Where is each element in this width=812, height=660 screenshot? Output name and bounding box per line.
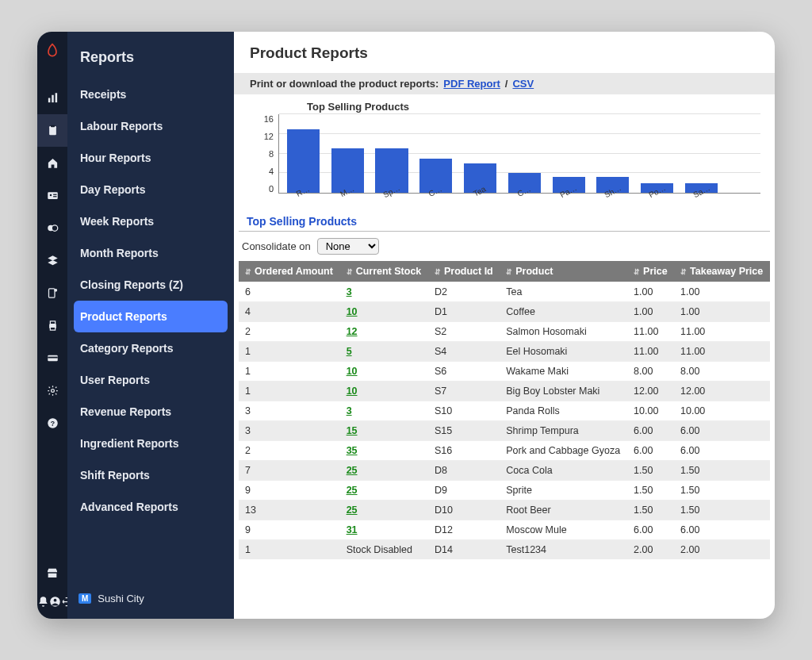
sidebar-item-shift-reports[interactable]: Shift Reports	[67, 459, 234, 491]
layers-icon[interactable]	[37, 244, 67, 277]
chart-gridline	[279, 113, 760, 114]
takeaway-price-cell: 1.50	[674, 461, 770, 481]
table-row: 725D8Coca Cola1.501.50	[239, 461, 770, 481]
product-id-cell: S15	[428, 421, 500, 441]
table-row: 63D2Tea1.001.00	[239, 282, 770, 302]
user-icon[interactable]	[49, 596, 61, 608]
current-stock-cell[interactable]: 3	[340, 401, 428, 421]
sidebar-item-closing-reports-z-[interactable]: Closing Reports (Z)	[67, 269, 234, 301]
store-icon[interactable]	[46, 566, 59, 581]
sidebar-item-week-reports[interactable]: Week Reports	[67, 205, 234, 237]
price-cell: 1.00	[627, 302, 674, 322]
ordered-amount-cell: 7	[239, 461, 340, 481]
card-icon[interactable]	[37, 342, 67, 374]
products-table-wrap: ⇵Ordered Amount⇵Current Stock⇵Product Id…	[234, 261, 775, 619]
consolidate-control: Consolidate on None	[234, 232, 775, 261]
svg-rect-7	[53, 194, 56, 195]
top-selling-chart: Top Selling Products 1612840 R…M…Sp…C…Te…	[234, 94, 775, 205]
sidebar-item-user-reports[interactable]: User Reports	[67, 364, 234, 396]
current-stock-cell[interactable]: 15	[340, 421, 428, 441]
chart-y-tick: 0	[269, 184, 274, 194]
current-stock-cell[interactable]: 3	[340, 282, 428, 302]
current-stock-cell[interactable]: 31	[340, 520, 428, 540]
current-stock-cell[interactable]: 25	[340, 501, 428, 520]
coins-icon[interactable]	[37, 212, 67, 244]
id-card-icon[interactable]	[37, 179, 67, 212]
price-cell: 8.00	[627, 362, 674, 382]
restaurant-badge[interactable]: M Sushi City	[79, 593, 223, 604]
column-header[interactable]: ⇵Product Id	[428, 261, 500, 282]
help-icon[interactable]: ?	[37, 407, 67, 439]
gear-icon[interactable]	[37, 374, 67, 407]
sidebar-item-hour-reports[interactable]: Hour Reports	[67, 142, 234, 174]
current-stock-cell[interactable]: 25	[340, 481, 428, 501]
column-header[interactable]: ⇵Ordered Amount	[239, 261, 340, 282]
product-id-cell: S4	[428, 342, 500, 362]
stock-link[interactable]: 5	[347, 346, 352, 357]
current-stock-cell[interactable]: 12	[340, 322, 428, 342]
column-header[interactable]: ⇵Product	[500, 261, 627, 282]
bell-icon[interactable]	[37, 596, 49, 608]
sidebar-item-product-reports[interactable]: Product Reports	[74, 301, 228, 332]
stock-link[interactable]: 12	[347, 326, 358, 337]
stock-link[interactable]: 10	[347, 306, 358, 317]
stock-link[interactable]: 3	[347, 405, 352, 416]
sidebar-item-day-reports[interactable]: Day Reports	[67, 174, 234, 205]
ordered-amount-cell: 9	[239, 520, 340, 540]
ordered-amount-cell: 2	[239, 322, 340, 342]
takeaway-price-cell: 6.00	[674, 441, 770, 461]
takeaway-price-cell: 6.00	[674, 520, 770, 540]
current-stock-cell[interactable]: 10	[340, 382, 428, 401]
product-id-cell: D14	[428, 540, 500, 560]
clipboard-icon[interactable]	[37, 114, 67, 147]
stock-link[interactable]: 31	[347, 524, 358, 535]
svg-point-12	[55, 290, 57, 292]
home-icon[interactable]	[37, 147, 67, 179]
stock-link[interactable]: 25	[347, 465, 358, 476]
chart-title: Top Selling Products	[307, 101, 760, 113]
stock-link[interactable]: 35	[347, 445, 358, 456]
stock-link[interactable]: 10	[347, 386, 358, 397]
sidebar: Reports ReceiptsLabour ReportsHour Repor…	[67, 32, 234, 619]
products-table: ⇵Ordered Amount⇵Current Stock⇵Product Id…	[239, 261, 770, 559]
chart-y-tick: 12	[264, 132, 274, 141]
current-stock-cell[interactable]: 10	[340, 362, 428, 382]
brand-logo-icon	[44, 43, 60, 63]
chart-y-tick: 4	[269, 167, 274, 176]
price-cell: 6.00	[627, 441, 674, 461]
sidebar-item-receipts[interactable]: Receipts	[67, 79, 234, 110]
sidebar-item-category-reports[interactable]: Category Reports	[67, 332, 234, 364]
sidebar-item-month-reports[interactable]: Month Reports	[67, 237, 234, 269]
svg-point-18	[51, 389, 54, 393]
stock-link[interactable]: 25	[347, 485, 358, 496]
product-name-cell: Moscow Mule	[500, 520, 627, 540]
column-header[interactable]: ⇵Price	[627, 261, 674, 282]
sidebar-item-labour-reports[interactable]: Labour Reports	[67, 110, 234, 142]
printer-icon[interactable]	[37, 309, 67, 342]
current-stock-cell[interactable]: 10	[340, 302, 428, 322]
sidebar-item-revenue-reports[interactable]: Revenue Reports	[67, 396, 234, 428]
column-header[interactable]: ⇵Takeaway Price	[674, 261, 770, 282]
column-header[interactable]: ⇵Current Stock	[340, 261, 428, 282]
table-row: 110S6Wakame Maki8.008.00	[239, 362, 770, 382]
current-stock-cell[interactable]: 5	[340, 342, 428, 362]
pdf-report-link[interactable]: PDF Report	[443, 78, 500, 90]
current-stock-cell[interactable]: 25	[340, 461, 428, 481]
csv-link[interactable]: CSV	[512, 78, 534, 90]
stock-link[interactable]: 25	[347, 505, 358, 516]
chart-icon[interactable]	[37, 82, 67, 114]
sidebar-nav: ReceiptsLabour ReportsHour ReportsDay Re…	[67, 79, 234, 583]
stock-link[interactable]: 15	[347, 425, 358, 436]
stock-link[interactable]: 3	[347, 286, 352, 297]
consolidate-select[interactable]: None	[317, 238, 379, 255]
sidebar-item-advanced-reports[interactable]: Advanced Reports	[67, 491, 234, 523]
stock-link[interactable]: 10	[347, 366, 358, 377]
product-id-cell: S2	[428, 322, 500, 342]
svg-rect-11	[48, 289, 55, 297]
current-stock-cell[interactable]: 35	[340, 441, 428, 461]
device-icon[interactable]	[37, 277, 67, 309]
app-window: ? Reports ReceiptsLabour ReportsHour Rep…	[37, 32, 775, 619]
sidebar-item-ingredient-reports[interactable]: Ingredient Reports	[67, 428, 234, 459]
takeaway-price-cell: 1.50	[674, 481, 770, 501]
svg-rect-0	[48, 98, 50, 103]
